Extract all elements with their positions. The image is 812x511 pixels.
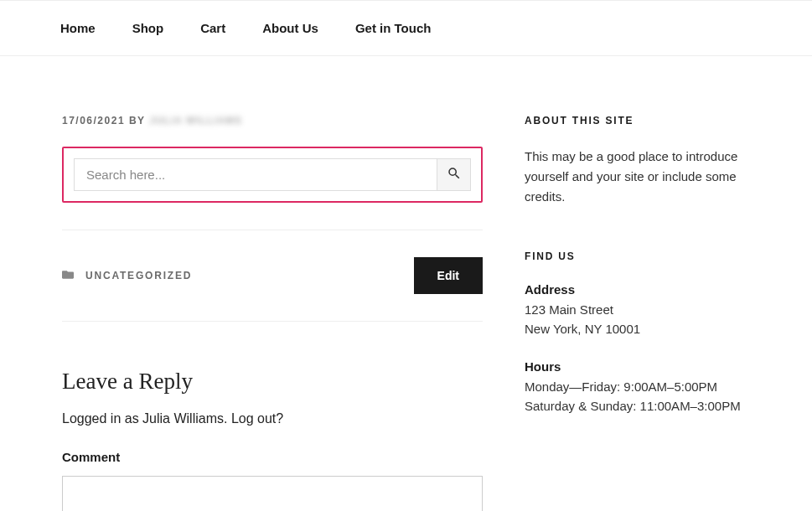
comment-textarea[interactable] — [62, 476, 483, 511]
reply-heading: Leave a Reply — [62, 369, 483, 395]
post-footer: UNCATEGORIZED Edit — [62, 230, 483, 321]
content-area: 17/06/2021 BY JULIA WILLIAMS — [0, 56, 812, 511]
logged-in-text: Logged in as Julia Williams. Log out? — [62, 411, 483, 426]
profile-link[interactable]: Julia Williams — [142, 411, 224, 426]
nav-shop[interactable]: Shop — [132, 1, 164, 55]
search-form — [74, 158, 471, 191]
post-author: JULIA WILLIAMS — [149, 115, 242, 126]
address-line2: New York, NY 10001 — [525, 319, 765, 338]
hours-line1: Monday—Friday: 9:00AM–5:00PM — [525, 377, 765, 396]
edit-button[interactable]: Edit — [414, 257, 483, 294]
search-highlight-box — [62, 147, 483, 203]
sidebar: ABOUT THIS SITE This may be a good place… — [525, 115, 765, 511]
nav-home[interactable]: Home — [60, 1, 96, 55]
hours-block: Hours Monday—Friday: 9:00AM–5:00PM Satur… — [525, 359, 765, 416]
about-heading: ABOUT THIS SITE — [525, 115, 765, 126]
by-label: BY — [129, 115, 145, 126]
search-icon — [447, 166, 462, 183]
hours-label: Hours — [525, 359, 765, 374]
findus-heading: FIND US — [525, 250, 765, 262]
address-label: Address — [525, 282, 765, 297]
search-input[interactable] — [75, 159, 437, 190]
nav-about[interactable]: About Us — [262, 1, 318, 55]
logout-link[interactable]: Log out? — [231, 411, 283, 426]
post-meta: 17/06/2021 BY JULIA WILLIAMS — [62, 115, 483, 126]
category-link[interactable]: UNCATEGORIZED — [85, 270, 192, 281]
category-block: UNCATEGORIZED — [62, 270, 192, 282]
logged-in-prefix: Logged in as — [62, 411, 142, 426]
folder-icon — [62, 270, 74, 282]
about-text: This may be a good place to introduce yo… — [525, 147, 765, 207]
address-line1: 123 Main Street — [525, 300, 765, 319]
divider — [62, 321, 483, 322]
address-block: Address 123 Main Street New York, NY 100… — [525, 282, 765, 339]
nav-cart[interactable]: Cart — [200, 1, 225, 55]
search-button[interactable] — [437, 159, 470, 190]
main-column: 17/06/2021 BY JULIA WILLIAMS — [62, 115, 483, 511]
post-date: 17/06/2021 — [62, 115, 125, 126]
hours-line2: Saturday & Sunday: 11:00AM–3:00PM — [525, 396, 765, 416]
comment-label: Comment — [62, 450, 483, 464]
logged-in-suffix: . — [224, 411, 231, 426]
nav-contact[interactable]: Get in Touch — [355, 1, 432, 55]
main-nav: Home Shop Cart About Us Get in Touch — [0, 0, 812, 56]
